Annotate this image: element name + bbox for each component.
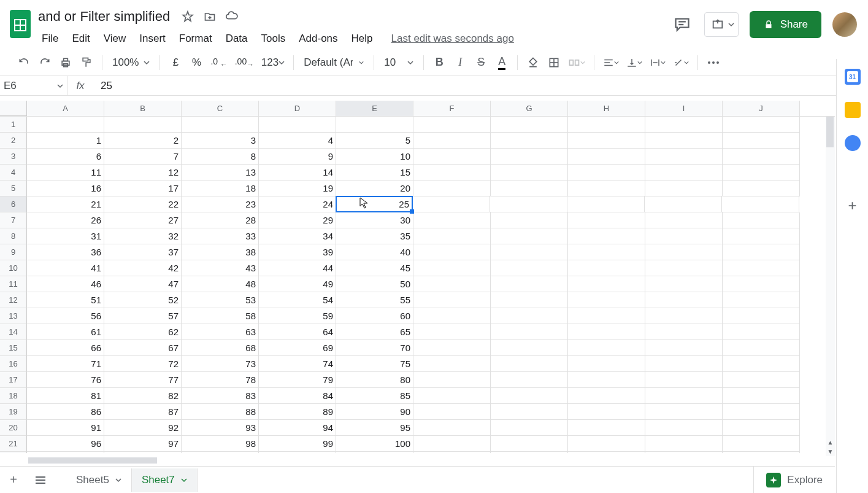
cell[interactable] <box>645 404 723 420</box>
cell[interactable] <box>723 324 800 340</box>
cell[interactable]: 23 <box>182 196 259 212</box>
cell[interactable]: 35 <box>336 228 413 244</box>
cell[interactable]: 48 <box>182 276 259 292</box>
cell[interactable]: 63 <box>182 324 259 340</box>
cell[interactable] <box>723 244 800 260</box>
cell[interactable] <box>413 196 490 212</box>
cell[interactable]: 57 <box>104 308 182 324</box>
cell[interactable]: 73 <box>182 356 259 372</box>
select-all-corner[interactable] <box>0 101 27 116</box>
cell[interactable]: 9 <box>259 149 336 165</box>
cell[interactable]: 53 <box>182 292 259 308</box>
cell[interactable] <box>645 244 723 260</box>
more-button[interactable] <box>704 53 723 72</box>
present-button[interactable] <box>704 12 739 37</box>
cell[interactable]: 38 <box>182 244 259 260</box>
cell[interactable] <box>413 308 491 324</box>
row-header[interactable]: 22 <box>0 452 27 453</box>
cell[interactable]: 15 <box>336 165 413 181</box>
sheets-logo-icon[interactable] <box>9 9 32 39</box>
last-edit-link[interactable]: Last edit was seconds ago <box>391 33 514 45</box>
cell[interactable] <box>413 244 491 260</box>
cell[interactable] <box>645 196 722 212</box>
cell[interactable] <box>645 117 723 133</box>
cell[interactable]: 50 <box>336 276 413 292</box>
menu-tools[interactable]: Tools <box>255 30 292 47</box>
cell[interactable] <box>645 324 723 340</box>
cell[interactable]: 44 <box>259 260 336 276</box>
comments-icon[interactable] <box>671 14 693 36</box>
cell[interactable] <box>413 388 491 404</box>
cell[interactable] <box>645 165 723 181</box>
cell[interactable] <box>568 436 645 452</box>
cell[interactable] <box>568 149 645 165</box>
menu-view[interactable]: View <box>98 30 133 47</box>
bold-button[interactable]: B <box>430 53 448 72</box>
cell[interactable] <box>645 436 723 452</box>
cell[interactable] <box>490 196 567 212</box>
cell[interactable]: 4 <box>259 133 336 149</box>
column-header-j[interactable]: J <box>723 101 800 116</box>
cell[interactable] <box>645 452 723 453</box>
cell[interactable]: 72 <box>104 356 182 372</box>
cell[interactable] <box>491 260 568 276</box>
cell[interactable]: 56 <box>27 308 104 324</box>
cell[interactable] <box>413 165 491 181</box>
column-header-b[interactable]: B <box>104 101 182 116</box>
cell[interactable]: 12 <box>104 165 182 181</box>
column-header-e[interactable]: E <box>336 101 413 116</box>
row-header[interactable]: 12 <box>0 292 27 308</box>
font-select[interactable]: Default (Ari... <box>300 56 367 69</box>
cell[interactable] <box>723 372 800 388</box>
cell[interactable] <box>27 117 104 133</box>
cell[interactable] <box>645 356 723 372</box>
cell[interactable] <box>568 372 645 388</box>
cell[interactable] <box>645 372 723 388</box>
cell[interactable] <box>645 340 723 356</box>
row-header[interactable]: 5 <box>0 181 27 196</box>
tasks-icon[interactable] <box>845 135 861 151</box>
cell[interactable]: 105 <box>336 452 413 453</box>
cell[interactable]: 100 <box>336 436 413 452</box>
cell[interactable]: 94 <box>259 420 336 436</box>
cell[interactable]: 22 <box>104 196 182 212</box>
cell[interactable]: 83 <box>182 388 259 404</box>
cell[interactable]: 103 <box>182 452 259 453</box>
cell[interactable] <box>723 356 800 372</box>
cell[interactable]: 40 <box>336 244 413 260</box>
cell[interactable]: 87 <box>104 404 182 420</box>
cell[interactable] <box>491 388 568 404</box>
cell[interactable] <box>723 436 800 452</box>
cell[interactable]: 80 <box>336 372 413 388</box>
cell[interactable] <box>645 276 723 292</box>
cell[interactable]: 10 <box>336 149 413 165</box>
cell[interactable]: 20 <box>336 181 413 196</box>
row-header[interactable]: 11 <box>0 276 27 292</box>
zoom-select[interactable]: 100% <box>109 56 153 69</box>
cell[interactable]: 25 <box>336 196 413 212</box>
row-header[interactable]: 4 <box>0 165 27 181</box>
cell[interactable]: 33 <box>182 228 259 244</box>
formula-input[interactable]: 25 <box>93 80 112 92</box>
number-format-button[interactable]: 123 <box>259 53 287 72</box>
menu-file[interactable]: File <box>36 30 64 47</box>
cell[interactable] <box>723 212 800 228</box>
cell[interactable]: 8 <box>182 149 259 165</box>
cell[interactable] <box>413 420 491 436</box>
cell[interactable]: 1 <box>27 133 104 149</box>
cell[interactable] <box>568 212 645 228</box>
cell[interactable] <box>645 420 723 436</box>
cell[interactable] <box>491 181 568 196</box>
italic-button[interactable]: I <box>451 53 469 72</box>
row-header[interactable]: 6 <box>0 196 27 212</box>
cell[interactable]: 26 <box>27 212 104 228</box>
cell[interactable] <box>491 420 568 436</box>
cell[interactable] <box>568 404 645 420</box>
cell[interactable] <box>568 260 645 276</box>
cell[interactable] <box>645 228 723 244</box>
cell[interactable] <box>723 260 800 276</box>
star-icon[interactable] <box>181 10 194 23</box>
cell[interactable] <box>645 212 723 228</box>
cell[interactable]: 97 <box>104 436 182 452</box>
cell[interactable] <box>645 260 723 276</box>
